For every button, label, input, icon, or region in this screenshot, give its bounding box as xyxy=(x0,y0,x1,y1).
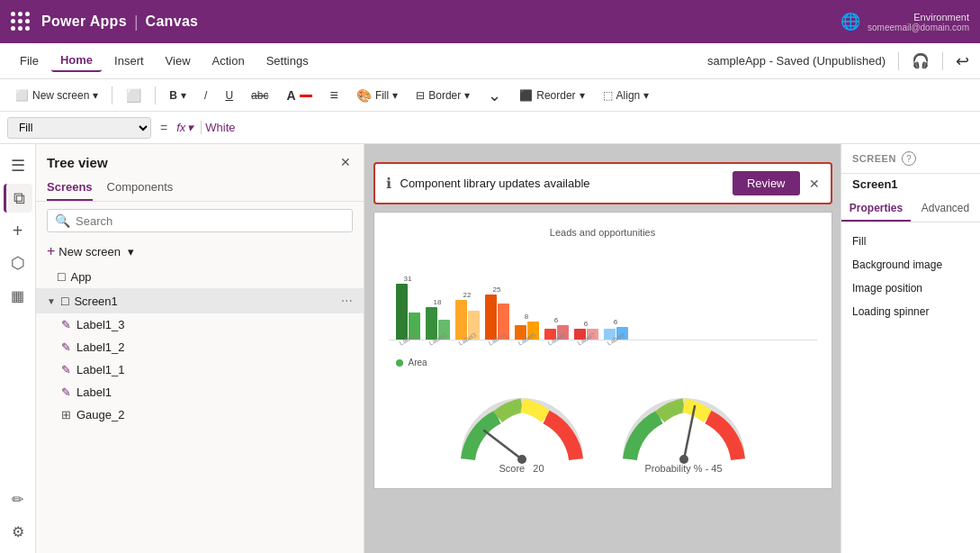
align2-chevron: ▾ xyxy=(643,89,649,102)
chevron-label: ⌄ xyxy=(488,86,501,105)
label1-icon: ✎ xyxy=(61,385,71,399)
tree-item-label1[interactable]: ✎ Label1 xyxy=(36,381,364,403)
screen1-more-icon[interactable]: ··· xyxy=(341,293,353,309)
app-grid-icon[interactable] xyxy=(11,12,31,32)
menu-bar: File Home Insert View Action Settings sa… xyxy=(0,43,980,79)
props-screen-name: Screen1 xyxy=(841,174,980,196)
bold-button[interactable]: B ▾ xyxy=(161,86,194,105)
screen-label: SCREEN xyxy=(852,153,896,164)
tree-tabs: Screens Components xyxy=(36,177,364,202)
tree-item-label1-1[interactable]: ✎ Label1_1 xyxy=(36,358,364,381)
align-button[interactable]: ≡ xyxy=(322,84,346,107)
tree-item-screen1[interactable]: ▼ □ Screen1 ··· xyxy=(36,288,364,313)
tree-item-app-label: App xyxy=(70,270,353,284)
screen-icon: ⬜ xyxy=(15,89,29,102)
svg-line-0 xyxy=(484,431,522,459)
top-bar: Power Apps | Canvas 🌐 Environment someem… xyxy=(0,0,980,43)
gauge-probability-svg xyxy=(612,378,756,468)
undo-toolbar-button[interactable]: ⬜ xyxy=(118,85,149,106)
bar-4a xyxy=(485,295,497,340)
menu-settings[interactable]: Settings xyxy=(257,50,318,71)
brush-sidebar-icon[interactable]: ✏ xyxy=(4,485,32,513)
tab-advanced[interactable]: Advanced xyxy=(911,196,980,222)
font-color-label: A xyxy=(286,88,295,103)
title-separator: | xyxy=(134,13,139,32)
label1-1-icon: ✎ xyxy=(61,363,71,376)
reorder-button[interactable]: ⬛ Reorder ▾ xyxy=(511,86,592,105)
tree-item-label1-3[interactable]: ✎ Label1_3 xyxy=(36,313,364,336)
props-help-icon[interactable]: ? xyxy=(902,151,916,166)
props-panel: SCREEN ? Screen1 Properties Advanced Fil… xyxy=(841,144,980,553)
main-area: ☰ ⧉ + ⬡ ▦ ✏ ⚙ Tree view ✕ Screens Compon… xyxy=(0,144,980,553)
underline-label: U xyxy=(225,89,233,102)
fx-button[interactable]: fx ▾ xyxy=(176,121,202,134)
bold-chevron: ▾ xyxy=(181,89,186,102)
notification-close-button[interactable]: ✕ xyxy=(809,177,820,191)
reorder-label: Reorder xyxy=(536,89,575,102)
props-loading-spinner[interactable]: Loading spinner xyxy=(841,300,980,323)
add-sidebar-icon[interactable]: + xyxy=(4,216,32,245)
canvas-frame: Leads and opportunities 31 18 xyxy=(373,212,832,489)
menu-view[interactable]: View xyxy=(157,50,200,71)
sidebar-icons: ☰ ⧉ + ⬡ ▦ ✏ ⚙ xyxy=(0,144,36,553)
tree-item-app[interactable]: □ App xyxy=(36,265,364,288)
new-screen-label: New screen xyxy=(32,89,89,102)
strikethrough-button[interactable]: abc xyxy=(243,86,276,105)
strikethrough-label: abc xyxy=(251,89,268,102)
tree-item-label1-3-text: Label1_3 xyxy=(76,318,353,331)
props-fill[interactable]: Fill xyxy=(841,230,980,253)
canvas-area: ℹ Component library updates available Re… xyxy=(364,144,841,553)
undo-icon[interactable]: ↩ xyxy=(956,51,969,71)
tools-sidebar-icon[interactable]: ⚙ xyxy=(4,517,32,546)
notification-info-icon: ℹ xyxy=(386,175,391,192)
formula-value[interactable]: White xyxy=(205,121,973,134)
menu-file[interactable]: File xyxy=(11,50,48,71)
legend-dot xyxy=(396,359,403,367)
formula-equals: = xyxy=(160,121,167,135)
props-background-image[interactable]: Background image xyxy=(841,253,980,276)
italic-label: / xyxy=(204,89,207,102)
menu-divider-2 xyxy=(942,52,943,70)
gauge-probability-label: Probability % - 45 xyxy=(644,463,722,474)
layers-sidebar-icon[interactable]: ⧉ xyxy=(4,184,32,213)
bar-1a xyxy=(396,284,408,340)
font-color-button[interactable]: A xyxy=(278,85,319,106)
menu-insert[interactable]: Insert xyxy=(105,50,153,71)
fill-label: Fill xyxy=(375,89,389,102)
tab-components[interactable]: Components xyxy=(107,177,174,201)
border-button[interactable]: ⊟ Border ▾ xyxy=(408,86,478,105)
toolbar-divider-1 xyxy=(112,86,112,104)
globe-icon: 🌐 xyxy=(841,12,860,32)
environment-area: 🌐 Environment someemail@domain.com xyxy=(841,12,969,32)
tab-properties[interactable]: Properties xyxy=(841,196,911,222)
tree-item-gauge2-text: Gauge_2 xyxy=(76,408,353,422)
menu-right: sampleApp - Saved (Unpublished) 🎧 ↩ xyxy=(707,51,969,71)
menu-sidebar-icon[interactable]: ☰ xyxy=(4,151,32,180)
tab-screens[interactable]: Screens xyxy=(47,177,93,201)
underline-button[interactable]: U xyxy=(217,86,241,105)
menu-home[interactable]: Home xyxy=(51,50,102,72)
props-image-position[interactable]: Image position xyxy=(841,276,980,300)
new-screen-button[interactable]: ⬜ New screen ▾ xyxy=(7,86,106,105)
search-input[interactable] xyxy=(76,214,345,228)
label1-3-icon: ✎ xyxy=(61,318,71,331)
chevron-button[interactable]: ⌄ xyxy=(480,82,509,109)
tree-close-button[interactable]: ✕ xyxy=(338,153,353,171)
props-items: Fill Background image Image position Loa… xyxy=(841,222,980,331)
italic-button[interactable]: / xyxy=(196,86,215,105)
tree-item-gauge2[interactable]: ⊞ Gauge_2 xyxy=(36,403,364,426)
bar-2a xyxy=(426,307,437,340)
fill-button[interactable]: 🎨 Fill ▾ xyxy=(348,85,406,106)
fill-icon: 🎨 xyxy=(356,88,372,103)
align2-button[interactable]: ⬚ Align ▾ xyxy=(595,86,658,105)
review-button[interactable]: Review xyxy=(733,171,800,195)
align2-label: Align xyxy=(616,89,641,102)
data-sidebar-icon[interactable]: ⬡ xyxy=(4,249,32,277)
search-icon: 🔍 xyxy=(55,213,70,228)
menu-action[interactable]: Action xyxy=(203,50,254,71)
tree-item-label1-2[interactable]: ✎ Label1_2 xyxy=(36,336,364,358)
property-selector[interactable]: Fill xyxy=(7,117,151,139)
new-screen-button[interactable]: + New screen ▾ xyxy=(36,240,364,265)
chart-container: Leads and opportunities 31 18 xyxy=(389,227,817,367)
media-sidebar-icon[interactable]: ▦ xyxy=(4,281,32,310)
